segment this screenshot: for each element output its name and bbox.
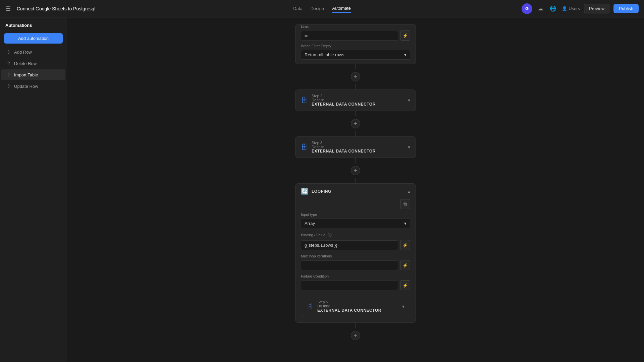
topnav-right: G ☁ 🌐 👤 Users Preview Publish	[522, 3, 639, 14]
app-title: Connect Google Sheets to Postgresql	[17, 6, 95, 11]
step-2-header-left: 🗄 Step 2 Do this: EXTERNAL DATA CONNECTO…	[301, 94, 376, 107]
looping-body: 🗑 Input type Array ▾ Binding / Value ⓘ	[296, 199, 416, 322]
step-3-action: Do this:	[312, 145, 376, 149]
step-5-num: Step 5	[317, 300, 381, 304]
step-card-3: 🗄 Step 3 Do this: EXTERNAL DATA CONNECTO…	[295, 136, 416, 158]
binding-input[interactable]	[301, 240, 398, 250]
input-type-label: Input type	[301, 213, 410, 217]
step-3-num: Step 3	[312, 141, 376, 145]
max-loop-field-row: ⚡	[301, 260, 410, 270]
binding-label: Binding / Value ⓘ	[301, 232, 410, 238]
input-type-value: Array	[305, 221, 315, 226]
nav-tabs: Data Design Automate	[293, 4, 351, 13]
connector-line-5	[356, 158, 356, 163]
loop-icon: 🔄	[301, 188, 308, 195]
sidebar-item-add-row[interactable]: ⇧ Add Row	[1, 47, 65, 57]
connector-line-2	[356, 84, 356, 89]
step-2-type: EXTERNAL DATA CONNECTOR	[312, 102, 376, 107]
limit-label: Limit	[301, 24, 410, 28]
sidebar-item-label: Delete Row	[14, 61, 37, 66]
connector-line-3	[356, 111, 356, 116]
failure-input[interactable]	[301, 281, 398, 290]
step-2-num: Step 2	[312, 94, 376, 98]
limit-lightning-button[interactable]: ⚡	[400, 31, 410, 41]
tab-data[interactable]: Data	[293, 5, 302, 12]
add-step-button-4[interactable]: +	[351, 331, 360, 340]
step-card-2: 🗄 Step 2 Do this: EXTERNAL DATA CONNECTO…	[295, 89, 416, 111]
step-5-chevron: ▾	[402, 304, 405, 309]
limit-section: Limit ⚡ When Filter Empty Return all tab…	[296, 24, 416, 64]
hamburger-menu[interactable]: ☰	[5, 5, 11, 12]
max-loop-lightning-button[interactable]: ⚡	[400, 260, 410, 270]
looping-label: LOOPING	[312, 189, 331, 194]
binding-info-icon: ⓘ	[328, 233, 332, 237]
binding-field-row: ⚡	[301, 240, 410, 250]
failure-field-row: ⚡	[301, 280, 410, 290]
sidebar-item-label: Update Row	[14, 84, 38, 89]
step-3-header[interactable]: 🗄 Step 3 Do this: EXTERNAL DATA CONNECTO…	[296, 137, 416, 158]
looping-header-left: 🔄 LOOPING	[301, 188, 331, 195]
when-filter-empty-select[interactable]: Return all table rows ▾	[301, 50, 410, 60]
chevron-down-icon: ▾	[404, 52, 407, 57]
input-type-select[interactable]: Array ▾	[301, 219, 410, 228]
looping-header[interactable]: 🔄 LOOPING ▴	[296, 184, 416, 199]
users-icon: 👤	[562, 6, 567, 11]
step-2-chevron: ▾	[408, 98, 410, 103]
main-layout: Automations Add automation ⇧ Add Row ⇧ D…	[0, 17, 644, 362]
globe-icon[interactable]: 🌐	[548, 4, 558, 13]
sidebar-item-delete-row[interactable]: ⇧ Delete Row	[1, 58, 65, 69]
step-2-action: Do this:	[312, 98, 376, 102]
looping-inner-step: 🗄 Step 5 Do this: EXTERNAL DATA CONNECTO…	[301, 296, 410, 317]
workflow-container: Limit ⚡ When Filter Empty Return all tab…	[295, 24, 416, 343]
step-5-action: Do this:	[317, 304, 381, 308]
step-5-db-icon: 🗄	[307, 303, 313, 310]
step-card-5: 🗄 Step 5 Do this: EXTERNAL DATA CONNECTO…	[301, 296, 410, 317]
add-step-button-1[interactable]: +	[351, 72, 360, 81]
limit-field-row: ⚡	[301, 31, 410, 41]
step-5-header[interactable]: 🗄 Step 5 Do this: EXTERNAL DATA CONNECTO…	[301, 296, 410, 317]
delete-looping-button[interactable]: 🗑	[400, 199, 410, 209]
import-table-icon: ⇧	[7, 72, 11, 77]
add-step-button-2[interactable]: +	[351, 119, 360, 128]
connector-line-4	[356, 131, 356, 136]
max-loop-input[interactable]	[301, 260, 398, 270]
when-filter-empty-label: When Filter Empty	[301, 44, 410, 48]
delete-row-icon: ⇧	[7, 61, 11, 66]
update-row-icon: ⇧	[7, 83, 11, 89]
chevron-down-icon-2: ▾	[404, 221, 407, 226]
step-3-type: EXTERNAL DATA CONNECTOR	[312, 149, 376, 154]
add-row-icon: ⇧	[7, 49, 11, 55]
tab-design[interactable]: Design	[311, 5, 324, 12]
step-5-header-left: 🗄 Step 5 Do this: EXTERNAL DATA CONNECTO…	[307, 300, 381, 313]
content-area: Limit ⚡ When Filter Empty Return all tab…	[67, 17, 644, 362]
connector-line-1	[356, 64, 356, 69]
cloud-icon[interactable]: ☁	[536, 4, 544, 13]
step-5-type: EXTERNAL DATA CONNECTOR	[317, 308, 381, 313]
failure-label: Failure Condition	[301, 274, 410, 278]
connector-line-6	[356, 178, 356, 183]
step-3-db-icon: 🗄	[301, 143, 308, 151]
connector-line-7	[356, 323, 356, 328]
failure-lightning-button[interactable]: ⚡	[400, 280, 410, 290]
step-3-header-left: 🗄 Step 3 Do this: EXTERNAL DATA CONNECTO…	[301, 141, 376, 154]
binding-lightning-button[interactable]: ⚡	[400, 240, 410, 250]
preview-button[interactable]: Preview	[584, 4, 609, 13]
add-step-button-3[interactable]: +	[351, 166, 360, 175]
tab-automate[interactable]: Automate	[332, 4, 351, 13]
sidebar-item-import-table[interactable]: ⇧ Import Table	[1, 69, 65, 80]
step-card-top: Limit ⚡ When Filter Empty Return all tab…	[295, 24, 416, 64]
sidebar-item-update-row[interactable]: ⇧ Update Row	[1, 81, 65, 92]
users-button[interactable]: 👤 Users	[562, 6, 580, 11]
limit-input[interactable]	[301, 31, 398, 41]
step-3-info: Step 3 Do this: EXTERNAL DATA CONNECTOR	[312, 141, 376, 154]
add-automation-button[interactable]: Add automation	[4, 33, 63, 44]
publish-button[interactable]: Publish	[613, 4, 639, 13]
users-label: Users	[569, 6, 580, 11]
sidebar-header: Automations	[0, 17, 67, 31]
when-filter-empty-value: Return all table rows	[305, 52, 344, 57]
sidebar-item-label: Import Table	[14, 72, 38, 77]
avatar: G	[522, 3, 532, 14]
step-2-info: Step 2 Do this: EXTERNAL DATA CONNECTOR	[312, 94, 376, 107]
step-2-db-icon: 🗄	[301, 97, 308, 104]
step-2-header[interactable]: 🗄 Step 2 Do this: EXTERNAL DATA CONNECTO…	[296, 90, 416, 111]
